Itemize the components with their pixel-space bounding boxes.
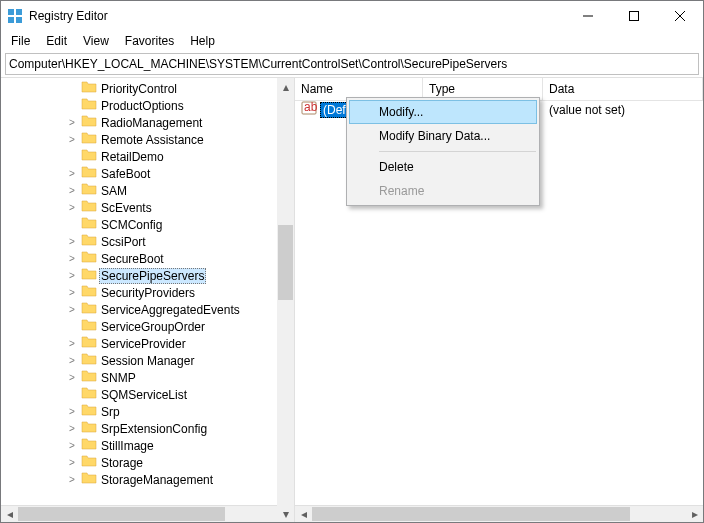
tree-item[interactable]: RetailDemo	[1, 148, 294, 165]
folder-icon	[79, 216, 99, 233]
tree-item[interactable]: >ScEvents	[1, 199, 294, 216]
tree-item[interactable]: SQMServiceList	[1, 386, 294, 403]
menu-edit[interactable]: Edit	[38, 32, 75, 50]
expander-icon[interactable]: >	[65, 203, 79, 213]
tree-item[interactable]: >RadioManagement	[1, 114, 294, 131]
folder-icon	[79, 420, 99, 437]
folder-icon	[79, 454, 99, 471]
tree-item-label: SCMConfig	[99, 218, 164, 232]
context-modify-binary[interactable]: Modify Binary Data...	[349, 124, 537, 148]
tree-item-label: SQMServiceList	[99, 388, 189, 402]
tree-item[interactable]: >ScsiPort	[1, 233, 294, 250]
context-delete-label: Delete	[379, 160, 414, 174]
maximize-button[interactable]	[611, 1, 657, 31]
context-modify-label: Modify...	[379, 105, 423, 119]
scroll-thumb[interactable]	[18, 507, 225, 521]
scroll-track[interactable]	[312, 506, 686, 522]
scroll-right-icon[interactable]: ▸	[686, 506, 703, 522]
close-button[interactable]	[657, 1, 703, 31]
context-rename-label: Rename	[379, 184, 424, 198]
scroll-left-icon[interactable]: ◂	[295, 506, 312, 522]
tree-item[interactable]: >Storage	[1, 454, 294, 471]
svg-text:ab: ab	[304, 100, 317, 114]
menu-view[interactable]: View	[75, 32, 117, 50]
expander-icon[interactable]: >	[65, 271, 79, 281]
expander-icon[interactable]: >	[65, 373, 79, 383]
scroll-thumb[interactable]	[312, 507, 630, 521]
scroll-down-icon[interactable]: ▾	[277, 505, 294, 522]
tree-item[interactable]: >SecurityProviders	[1, 284, 294, 301]
context-delete[interactable]: Delete	[349, 155, 537, 179]
folder-icon	[79, 199, 99, 216]
tree-item-label: PriorityControl	[99, 82, 179, 96]
folder-icon	[79, 284, 99, 301]
scroll-left-icon[interactable]: ◂	[1, 506, 18, 522]
tree-item[interactable]: >ServiceAggregatedEvents	[1, 301, 294, 318]
minimize-button[interactable]	[565, 1, 611, 31]
expander-icon[interactable]: >	[65, 118, 79, 128]
expander-icon[interactable]: >	[65, 424, 79, 434]
tree-item[interactable]: >SrpExtensionConfig	[1, 420, 294, 437]
tree-item-label: ScsiPort	[99, 235, 148, 249]
tree-horizontal-scrollbar[interactable]: ◂ ▸	[1, 505, 294, 522]
tree-item[interactable]: >Srp	[1, 403, 294, 420]
tree-item[interactable]: >StorageManagement	[1, 471, 294, 488]
tree-pane: PriorityControlProductOptions>RadioManag…	[1, 78, 295, 522]
menu-favorites[interactable]: Favorites	[117, 32, 182, 50]
expander-icon[interactable]: >	[65, 186, 79, 196]
tree-item[interactable]: >StillImage	[1, 437, 294, 454]
expander-icon[interactable]: >	[65, 356, 79, 366]
folder-icon	[79, 386, 99, 403]
expander-icon[interactable]: >	[65, 407, 79, 417]
scroll-thumb[interactable]	[278, 225, 293, 300]
folder-icon	[79, 471, 99, 488]
tree-item[interactable]: SCMConfig	[1, 216, 294, 233]
tree-vertical-scrollbar[interactable]: ▴ ▾	[277, 78, 294, 522]
tree-item[interactable]: >ServiceProvider	[1, 335, 294, 352]
scroll-up-icon[interactable]: ▴	[277, 78, 294, 95]
address-bar[interactable]: Computer\HKEY_LOCAL_MACHINE\SYSTEM\Curre…	[5, 53, 699, 75]
tree-item[interactable]: >SafeBoot	[1, 165, 294, 182]
context-modify[interactable]: Modify...	[349, 100, 537, 124]
tree-item[interactable]: >SecurePipeServers	[1, 267, 294, 284]
tree-item[interactable]: >SNMP	[1, 369, 294, 386]
list-horizontal-scrollbar[interactable]: ◂ ▸	[295, 505, 703, 522]
folder-icon	[79, 318, 99, 335]
column-data[interactable]: Data	[543, 78, 703, 100]
expander-icon[interactable]: >	[65, 237, 79, 247]
tree-item[interactable]: >SAM	[1, 182, 294, 199]
expander-icon[interactable]: >	[65, 288, 79, 298]
scroll-track[interactable]	[18, 506, 277, 522]
folder-icon	[79, 335, 99, 352]
folder-icon	[79, 301, 99, 318]
expander-icon[interactable]: >	[65, 254, 79, 264]
tree-list[interactable]: PriorityControlProductOptions>RadioManag…	[1, 78, 294, 505]
expander-icon[interactable]: >	[65, 441, 79, 451]
expander-icon[interactable]: >	[65, 305, 79, 315]
menu-help[interactable]: Help	[182, 32, 223, 50]
tree-item[interactable]: ProductOptions	[1, 97, 294, 114]
address-text: Computer\HKEY_LOCAL_MACHINE\SYSTEM\Curre…	[9, 57, 507, 71]
tree-item[interactable]: >Remote Assistance	[1, 131, 294, 148]
expander-icon[interactable]: >	[65, 339, 79, 349]
expander-icon[interactable]: >	[65, 135, 79, 145]
tree-item-label: Storage	[99, 456, 145, 470]
tree-item-label: RetailDemo	[99, 150, 166, 164]
menu-file[interactable]: File	[3, 32, 38, 50]
expander-icon[interactable]: >	[65, 458, 79, 468]
tree-item-label: Remote Assistance	[99, 133, 206, 147]
expander-icon[interactable]: >	[65, 475, 79, 485]
svg-rect-2	[8, 17, 14, 23]
folder-icon	[79, 97, 99, 114]
tree-item-label: StillImage	[99, 439, 156, 453]
expander-icon[interactable]: >	[65, 169, 79, 179]
context-menu: Modify... Modify Binary Data... Delete R…	[346, 97, 540, 206]
tree-item-label: ServiceAggregatedEvents	[99, 303, 242, 317]
tree-item-label: SNMP	[99, 371, 138, 385]
scroll-track[interactable]	[277, 95, 294, 505]
tree-item[interactable]: ServiceGroupOrder	[1, 318, 294, 335]
tree-item[interactable]: >SecureBoot	[1, 250, 294, 267]
tree-item[interactable]: >Session Manager	[1, 352, 294, 369]
folder-icon	[79, 437, 99, 454]
tree-item[interactable]: PriorityControl	[1, 80, 294, 97]
